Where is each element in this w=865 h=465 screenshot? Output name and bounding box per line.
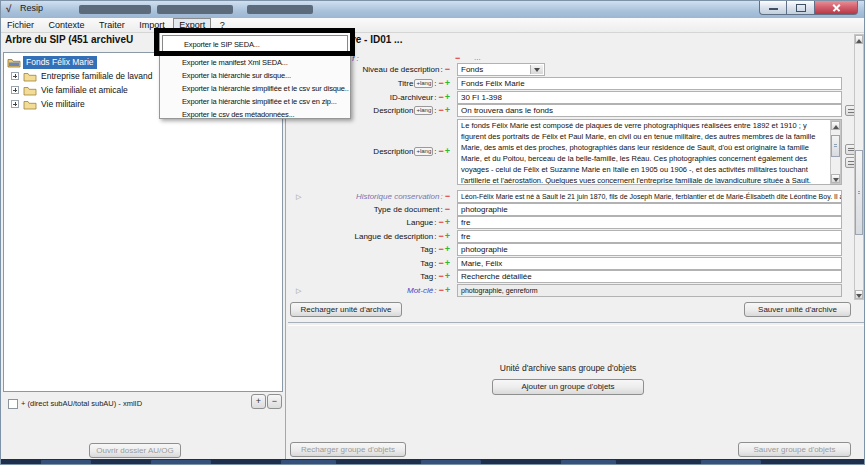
menu-import[interactable]: Import (133, 18, 171, 31)
redacted-text (157, 5, 233, 14)
menu-fichier[interactable]: Fichier (1, 18, 40, 31)
niveau-description-select[interactable]: Fonds (457, 63, 545, 76)
object-group-empty-text: Unité d'archive sans groupe d'objets (288, 363, 848, 373)
remove-field-icon[interactable]: − (438, 92, 443, 102)
menu-help[interactable]: ? (214, 18, 231, 31)
remove-field-icon[interactable]: − (445, 204, 450, 214)
menu-bar: Fichier Contexte Traiter Import Export ? (1, 18, 865, 33)
menu-item-export-simplified-csv-zip[interactable]: Exporter la hiérarchie simplifiée et le … (161, 95, 349, 108)
langue-description-input[interactable]: fre (457, 230, 842, 243)
tag-input[interactable]: Marie, Félix (457, 257, 842, 270)
menu-item-export-hierarchy-disk[interactable]: Exporter la hiérarchie sur disque... (161, 69, 349, 82)
langue-input[interactable]: fre (457, 216, 842, 229)
add-field-icon[interactable]: + (445, 285, 450, 295)
historique-conservation-input[interactable]: Léon-Félix Marie est né à Sault le 21 ju… (457, 190, 842, 203)
folder-icon (7, 57, 21, 68)
remove-field-icon[interactable]: − (438, 78, 443, 88)
tag-input[interactable]: photographie (457, 243, 842, 256)
textarea-scrollbar[interactable] (830, 120, 841, 184)
subau-count-label: + (direct subAU/total subAU) - xmlID (21, 398, 142, 409)
taskbar-strip (1, 459, 865, 465)
minimize-button[interactable] (759, 1, 787, 15)
expand-icon[interactable] (11, 86, 19, 94)
remove-field-icon[interactable]: − (445, 191, 450, 201)
reload-archive-unit-button[interactable]: Recharger unité d'archive (290, 302, 402, 317)
sip-tree-header: Arbre du SIP (451 archiveU (5, 34, 133, 45)
description-textarea[interactable]: Le fonds Félix Marie est composé de plaq… (457, 119, 842, 185)
add-field-icon[interactable]: + (445, 258, 450, 268)
remove-field-icon[interactable]: − (455, 53, 460, 63)
window-controls (759, 1, 858, 15)
add-field-icon[interactable]: + (445, 146, 450, 156)
section-divider (288, 322, 865, 326)
field-label: Historique conservation:− (288, 190, 450, 203)
remove-field-icon[interactable]: − (438, 146, 443, 156)
folder-icon (23, 99, 37, 110)
folder-icon (23, 71, 37, 82)
field-label: Type de document:− (288, 203, 450, 216)
expand-icon[interactable] (11, 72, 19, 80)
remove-field-icon[interactable]: − (438, 217, 443, 227)
menu-item-export-simplified-csv-disk[interactable]: Exporter la hiérarchie simplifiée et le … (161, 82, 349, 95)
mot-cle-input[interactable]: photographie, genreform (457, 284, 842, 297)
add-field-icon[interactable]: + (445, 92, 450, 102)
minimize-icon (769, 8, 778, 10)
title-bar[interactable]: √ Resip (1, 1, 865, 19)
subau-count-checkbox[interactable] (8, 399, 18, 409)
remove-field-icon[interactable]: − (438, 105, 443, 115)
remove-field-icon[interactable]: − (438, 231, 443, 241)
scroll-up-icon[interactable] (831, 121, 840, 130)
tree-item-label: Entreprise familiale de lavand (39, 70, 155, 83)
save-archive-unit-button[interactable]: Sauver unité d'archive (744, 302, 851, 317)
archive-unit-panel: Unité d'archive - ID01 ... f : − ... Niv… (288, 32, 865, 459)
id-archiveur-input[interactable]: 30 FI 1-398 (457, 91, 842, 104)
form-scrollbar[interactable] (854, 34, 864, 300)
menu-item-export-metadata-csv[interactable]: Exporter le csv des métadonnées... (161, 108, 349, 121)
remove-field-icon[interactable]: − (438, 258, 443, 268)
menu-traiter[interactable]: Traiter (93, 18, 131, 31)
scrollbar-thumb[interactable] (855, 150, 863, 235)
add-field-icon[interactable]: + (445, 231, 450, 241)
add-lang-badge[interactable]: +lang (414, 106, 433, 115)
menu-item-export-sip-seda[interactable]: Exporter le SIP SEDA... (162, 35, 348, 52)
close-button[interactable] (814, 1, 858, 15)
scroll-down-icon[interactable] (855, 290, 863, 299)
remove-field-icon[interactable]: − (438, 271, 443, 281)
type-document-input[interactable]: photographie (457, 203, 842, 216)
tree-item-label: Fonds Félix Marie (23, 56, 97, 69)
scrollbar-thumb[interactable] (831, 135, 840, 157)
open-au-og-folder-button[interactable]: Ouvrir dossier AU/OG (89, 443, 181, 458)
remove-field-icon[interactable]: − (445, 64, 450, 74)
tree-collapse-button[interactable]: − (267, 394, 282, 409)
export-menu-popup: Exporter le SIP SEDA... Exporter le mani… (159, 31, 351, 119)
folder-icon (23, 85, 37, 96)
reload-object-group-button[interactable]: Recharger groupe d'objets (290, 442, 406, 457)
add-lang-badge[interactable]: +lang (414, 147, 433, 156)
titre-input[interactable]: Fonds Félix Marie (457, 77, 842, 90)
remove-field-icon[interactable]: − (438, 285, 443, 295)
chevron-down-icon (530, 65, 543, 74)
maximize-button[interactable] (787, 1, 814, 15)
redacted-text (79, 5, 151, 14)
remove-field-icon[interactable]: − (438, 244, 443, 254)
expand-icon[interactable] (11, 100, 19, 108)
tree-expand-button[interactable]: + (251, 394, 266, 409)
menu-contexte[interactable]: Contexte (43, 18, 91, 31)
scroll-down-icon[interactable] (831, 174, 840, 183)
add-field-icon[interactable]: + (445, 105, 450, 115)
add-object-group-button[interactable]: Ajouter un groupe d'objets (492, 379, 644, 395)
field-label: Mot-clé:−+ (288, 284, 450, 297)
add-field-icon[interactable]: + (445, 244, 450, 254)
scroll-up-icon[interactable] (855, 35, 863, 44)
tag-input[interactable]: Recherche détaillée (457, 270, 842, 283)
window-title: Resip (20, 3, 43, 13)
add-field-icon[interactable]: + (445, 271, 450, 281)
more-icon[interactable]: ... (474, 53, 481, 62)
add-field-icon[interactable]: + (445, 217, 450, 227)
save-object-group-button[interactable]: Sauver groupe d'objets (738, 442, 851, 457)
add-field-icon[interactable]: + (445, 78, 450, 88)
profile-label-fragment: f : (352, 54, 359, 63)
add-lang-badge[interactable]: +lang (414, 79, 433, 88)
description-input[interactable]: On trouvera dans le fonds (457, 104, 842, 117)
menu-item-export-manifest[interactable]: Exporter le manifest Xml SEDA... (161, 56, 349, 69)
